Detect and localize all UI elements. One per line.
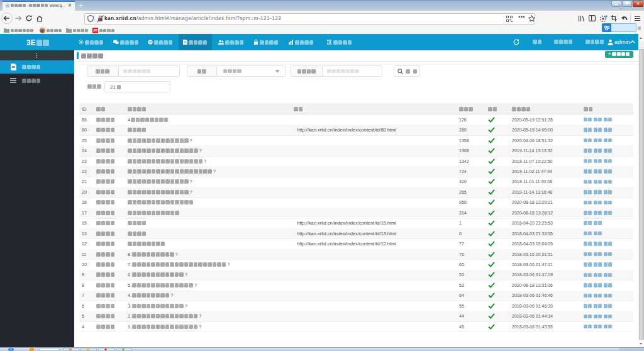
svg-text:P: P — [149, 40, 152, 44]
